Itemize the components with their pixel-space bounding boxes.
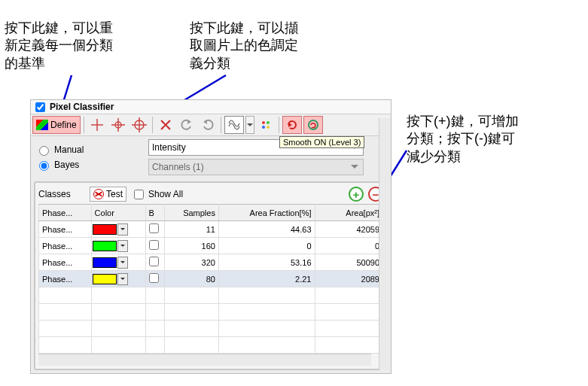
classes-header: Classes Test Show All + − bbox=[38, 184, 383, 204]
color-swatch bbox=[93, 241, 117, 251]
svg-point-24 bbox=[267, 126, 270, 129]
cell-area-frac: 0 bbox=[218, 238, 315, 254]
auto-refresh-toggle[interactable] bbox=[303, 116, 323, 134]
col-b[interactable]: B bbox=[145, 205, 165, 221]
col-area-px[interactable]: Area[px²] bbox=[315, 205, 383, 221]
define-label: Define bbox=[50, 120, 77, 130]
cell-samples: 80 bbox=[165, 271, 219, 287]
cell-b[interactable] bbox=[145, 254, 165, 271]
cell-phase: Phase... bbox=[39, 254, 92, 271]
cell-area-frac: 44.63 bbox=[218, 221, 315, 238]
cell-samples: 320 bbox=[165, 254, 219, 271]
classes-panel: Classes Test Show All + − Phase... bbox=[34, 181, 388, 370]
color-dropdown[interactable] bbox=[117, 240, 128, 252]
cell-area-frac: 53.16 bbox=[218, 254, 315, 271]
smooth-tooltip: Smooth ON (Level 3) bbox=[279, 136, 364, 148]
col-area-frac[interactable]: Area Fraction[%] bbox=[218, 205, 315, 221]
cell-phase: Phase... bbox=[39, 238, 92, 254]
svg-point-23 bbox=[262, 126, 265, 129]
col-phase[interactable]: Phase... bbox=[39, 205, 92, 221]
col-samples[interactable]: Samples bbox=[165, 205, 219, 221]
crosshair-circle-small-tool[interactable] bbox=[108, 116, 128, 134]
cell-color[interactable] bbox=[91, 271, 145, 287]
cell-color[interactable] bbox=[91, 254, 145, 271]
panel-title-row: Pixel Classifier bbox=[31, 100, 391, 114]
table-row[interactable]: Phase...32053.1650090 bbox=[39, 254, 383, 271]
color-swatch bbox=[93, 224, 117, 235]
svg-point-17 bbox=[161, 127, 163, 129]
table-row[interactable]: Phase...802.212089 bbox=[39, 271, 383, 287]
panel-enable-checkbox[interactable] bbox=[35, 102, 45, 112]
annotation-mid: 按下此鍵，可以擷 取圖片上的色調定 義分類 bbox=[190, 20, 298, 72]
color-dropdown[interactable] bbox=[117, 223, 128, 236]
channels-select[interactable]: Channels (1) bbox=[148, 159, 364, 175]
svg-marker-20 bbox=[203, 120, 207, 124]
svg-point-18 bbox=[167, 127, 169, 129]
smooth-button[interactable] bbox=[224, 116, 244, 134]
redo-button[interactable] bbox=[198, 116, 218, 134]
bayes-radio[interactable]: Bayes bbox=[35, 159, 141, 171]
add-class-button[interactable]: + bbox=[349, 187, 364, 202]
svg-marker-19 bbox=[187, 120, 191, 124]
classes-table: Phase... Color B Samples Area Fraction[%… bbox=[38, 204, 383, 354]
palette-icon bbox=[36, 120, 48, 130]
toolbar: Define bbox=[31, 114, 391, 136]
cell-samples: 160 bbox=[165, 238, 219, 254]
annotation-left: 按下此鍵，可以重 新定義每一個分類 的基準 bbox=[5, 20, 113, 72]
cell-b[interactable] bbox=[145, 238, 165, 254]
table-row-empty bbox=[39, 321, 383, 337]
cell-color[interactable] bbox=[91, 238, 145, 254]
cell-area-px: 2089 bbox=[315, 271, 383, 287]
remove-sample-tool[interactable] bbox=[156, 116, 175, 134]
svg-point-21 bbox=[262, 121, 265, 124]
table-header-row: Phase... Color B Samples Area Fraction[%… bbox=[39, 205, 383, 221]
cell-phase: Phase... bbox=[39, 221, 92, 238]
show-all-checkbox[interactable]: Show All bbox=[131, 187, 183, 202]
crosshair-small-tool[interactable] bbox=[87, 116, 107, 134]
table-row-empty bbox=[39, 337, 383, 354]
cell-area-frac: 2.21 bbox=[218, 271, 315, 287]
vertical-scrollbar[interactable] bbox=[379, 118, 391, 370]
cell-area-px: 42059 bbox=[315, 221, 383, 238]
pixel-classifier-panel: Pixel Classifier Define bbox=[30, 99, 391, 374]
cell-samples: 11 bbox=[165, 221, 219, 238]
col-color[interactable]: Color bbox=[91, 205, 145, 221]
cell-b[interactable] bbox=[145, 221, 165, 238]
cell-b[interactable] bbox=[145, 271, 165, 287]
color-swatch bbox=[93, 257, 117, 268]
refresh-icon bbox=[93, 189, 104, 199]
svg-point-22 bbox=[267, 121, 270, 124]
annotation-right: 按下(+)鍵，可增加 分類；按下(-)鍵可 減少分類 bbox=[407, 113, 519, 166]
cell-color[interactable] bbox=[91, 221, 145, 238]
table-row-empty bbox=[39, 304, 383, 321]
classifier-mode-radios: Manual Bayes bbox=[35, 144, 141, 171]
table-row[interactable]: Phase...1144.6342059 bbox=[39, 221, 383, 238]
color-dropdown[interactable] bbox=[117, 257, 128, 269]
config-row: Smooth ON (Level 3) Manual Bayes Intensi… bbox=[31, 136, 391, 178]
horizontal-scrollbar[interactable] bbox=[38, 354, 371, 366]
define-button[interactable]: Define bbox=[32, 116, 81, 134]
classes-label: Classes bbox=[38, 189, 85, 199]
smooth-dropdown[interactable] bbox=[245, 116, 254, 134]
cell-area-px: 0 bbox=[315, 238, 383, 254]
table-row[interactable]: Phase...16000 bbox=[39, 238, 383, 254]
table-row-empty bbox=[39, 287, 383, 304]
crosshair-circle-large-tool[interactable] bbox=[129, 116, 149, 134]
panel-title: Pixel Classifier bbox=[50, 102, 114, 112]
svg-marker-25 bbox=[288, 123, 292, 127]
color-swatch bbox=[93, 274, 117, 284]
cell-area-px: 50090 bbox=[315, 254, 383, 271]
svg-point-15 bbox=[161, 121, 163, 123]
manual-radio[interactable]: Manual bbox=[35, 144, 141, 156]
svg-point-16 bbox=[167, 121, 169, 123]
color-dropdown[interactable] bbox=[117, 273, 128, 285]
cell-phase: Phase... bbox=[39, 271, 92, 287]
refresh-button[interactable] bbox=[282, 116, 302, 134]
classes-table-wrap: Phase... Color B Samples Area Fraction[%… bbox=[38, 204, 383, 366]
test-button[interactable]: Test bbox=[90, 187, 126, 202]
colorize-button[interactable] bbox=[256, 116, 276, 134]
undo-button[interactable] bbox=[177, 116, 197, 134]
